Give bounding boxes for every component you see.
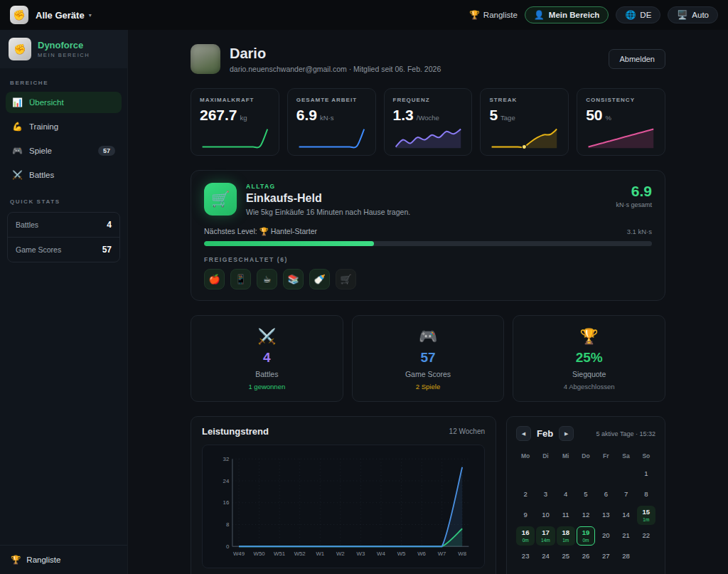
quick-stats-card: Battles 4 Game Scores 57 [7,212,120,262]
unlocked-badge-icon[interactable]: 🍎 [204,269,225,289]
calendar-day[interactable]: 22 [637,526,655,546]
svg-text:W4: W4 [377,551,385,557]
level-progress-bar [204,241,652,246]
svg-text:W3: W3 [357,551,365,557]
device-selector[interactable]: Alle Geräte ▾ [36,10,92,21]
calendar-day[interactable]: 25 [557,547,575,566]
svg-text:W50: W50 [254,551,266,557]
calendar-day[interactable]: 23 [516,547,535,566]
calendar-day[interactable]: 21 [616,526,635,546]
unlocked-badge-icon[interactable]: 📚 [283,269,304,289]
sparkline-chart [393,127,464,149]
calendar-day[interactable]: 4 [557,485,575,504]
brand-name: Dynoforce [38,40,90,51]
section-label-quick-stats: QUICK STATS [0,187,127,209]
calendar-day[interactable]: 151m [637,506,655,525]
logout-button[interactable]: Abmelden [609,49,665,69]
topbar: ✊ Alle Geräte ▾ 🏆 Rangliste 👤 Mein Berei… [0,0,728,30]
calendar-day[interactable]: 160m [516,526,535,546]
sidebar-item-spiele[interactable]: 🎮 Spiele 57 [6,140,122,161]
next-level-row: Nächstes Level: 🏆 Hantel-Starter 3.1 kN·… [204,227,652,236]
calendar-day[interactable]: 24 [536,547,555,566]
line-chart: 08162432W49W50W51W52W1W2W3W4W5W6W7W8 [208,452,478,565]
sidebar-item-uebersicht[interactable]: 📊 Übersicht [6,92,122,113]
calendar-day[interactable]: 10 [536,506,555,525]
calendar-day[interactable]: 14 [616,506,635,525]
gamepad-icon: 🎮 [360,328,497,345]
calendar-day[interactable]: 26 [577,547,595,566]
calendar-prev-button[interactable]: ◀ [516,426,531,441]
svg-text:W5: W5 [397,551,406,557]
achievement-total-value: 6.9 [616,183,652,200]
svg-text:16: 16 [223,499,230,506]
trophy-icon: 🏆 [469,11,480,19]
stat-card-frequenz: FREQUENZ 1.3/Woche [384,88,473,156]
sparkline-chart [586,127,656,149]
svg-text:W6: W6 [417,551,426,557]
rangliste-link[interactable]: 🏆 Rangliste [469,11,518,19]
summary-card-siegquote: 🏆 25% Siegquote 4 Abgeschlossen [513,315,665,402]
calendar-summary: 5 aktive Tage · 15:32 [596,430,655,437]
chart-title: Leistungstrend [202,426,269,437]
calendar-empty-cell [577,464,595,484]
sidebar-item-training[interactable]: 💪 Training [6,116,122,137]
calendar-day[interactable]: 6 [596,485,615,504]
summary-card-row: ⚔️ 4 Battles 1 gewonnen 🎮 57 Game Scores… [191,315,665,402]
calendar-day[interactable]: 3 [536,485,555,504]
unlocked-badge-icon[interactable]: 🍼 [309,269,330,289]
calendar-day[interactable]: 181m [557,526,575,546]
calendar-day[interactable]: 1 [637,464,655,484]
theme-button[interactable]: 🖥️ Auto [668,6,718,23]
stat-card-consistency: CONSISTENCY 50% [577,88,665,156]
unlocked-badge-icon[interactable]: 📱 [230,269,251,289]
svg-text:24: 24 [223,478,230,484]
calendar-day[interactable]: 13 [596,506,615,525]
calendar-weekday-label: Sa [616,450,635,462]
svg-text:W7: W7 [438,551,446,557]
calendar-day[interactable]: 20 [596,526,615,546]
arrow-right-icon: ▶ [564,431,568,437]
calendar-day[interactable]: 5 [577,485,595,504]
svg-text:W8: W8 [458,551,466,557]
calendar-day[interactable]: 2 [516,485,535,504]
mein-bereich-button[interactable]: 👤 Mein Bereich [525,6,609,23]
next-level-target: 3.1 kN·s [627,228,652,235]
language-button[interactable]: 🌐 DE [616,6,660,23]
sidebar: ✊ Dynoforce MEIN BEREICH BEREICHE 📊 Über… [0,30,128,574]
profile-meta: dario.neuenschwander@gmail.com · Mitglie… [230,65,441,73]
calendar-day[interactable]: 11 [557,506,575,525]
sidebar-item-battles[interactable]: ⚔️ Battles [6,164,122,186]
gamepad-icon: 🎮 [12,146,23,156]
stat-card-streak: STREAK 5Tage [480,88,569,156]
sparkline-chart [489,127,560,149]
profile-avatar [191,44,220,74]
chevron-down-icon: ▾ [89,12,92,18]
calendar-day[interactable]: 1714m [536,526,555,546]
profile-name: Dario [230,46,441,62]
summary-card-battles: ⚔️ 4 Battles 1 gewonnen [191,315,343,402]
calendar-day[interactable]: 9 [516,506,535,525]
calendar-empty-cell [596,464,615,484]
calendar-day[interactable]: 7 [616,485,635,504]
sidebar-item-rangliste[interactable]: 🏆 Rangliste [0,545,127,574]
calendar-day[interactable]: 8 [637,485,655,504]
calendar-next-button[interactable]: ▶ [559,426,574,441]
calendar-day[interactable]: 190m [577,526,595,546]
calendar-weekday-label: Mo [516,450,535,462]
stat-card-gesamte-arbeit: GESAMTE ARBEIT 6.9kN·s [287,88,376,156]
calendar-weekday-label: Mi [557,450,575,462]
calendar-weekday-label: Di [536,450,555,462]
unlocked-badge-icon[interactable]: 🛒 [336,269,356,289]
calendar-day[interactable]: 28 [616,547,635,566]
shopping-cart-icon: 🛒 [204,183,237,216]
calendar-day[interactable]: 27 [596,547,615,566]
quick-stat-game-scores: Game Scores 57 [8,237,119,262]
app-logo-icon: ✊ [10,6,28,24]
achievement-title: Einkaufs-Held [246,192,410,205]
trend-chart-plot: 08162432W49W50W51W52W1W2W3W4W5W6W7W8 [202,445,485,568]
unlocked-badge-icon[interactable]: ☕ [257,269,277,289]
calendar-day[interactable]: 12 [577,506,595,525]
quick-stat-battles: Battles 4 [8,213,119,237]
achievement-card: 🛒 ALLTAG Einkaufs-Held Wie 5kg Einkäufe … [191,170,665,301]
sparkline-chart [296,127,367,149]
